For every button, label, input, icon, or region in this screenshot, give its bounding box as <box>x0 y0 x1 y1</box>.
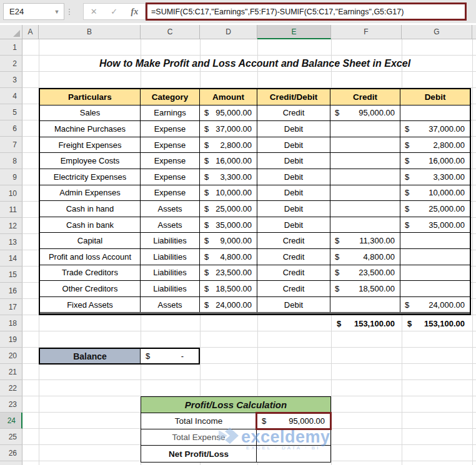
row-header-10[interactable]: 10 <box>0 185 22 202</box>
sheet-canvas[interactable]: How to Make Profit and Loss Account and … <box>22 39 476 465</box>
ledger-category[interactable]: Assets <box>141 201 200 217</box>
name-box-dropdown-icon[interactable]: ▼ <box>50 9 64 15</box>
ledger-debit[interactable] <box>400 249 470 265</box>
ledger-debit[interactable] <box>400 281 470 297</box>
row-header-25[interactable]: 25 <box>0 429 22 445</box>
name-box[interactable]: E24 ▼ <box>3 3 64 20</box>
row-header-14[interactable]: 14 <box>0 250 22 267</box>
insert-function-icon[interactable]: fx <box>131 7 139 17</box>
ledger-particulars[interactable]: Profit and loss Account <box>40 249 141 265</box>
enter-icon[interactable]: ✓ <box>111 7 117 16</box>
ledger-credit[interactable]: $18,500.00 <box>330 281 400 297</box>
ledger-debit[interactable] <box>400 233 470 249</box>
ledger-debit[interactable] <box>400 105 470 122</box>
ledger-category[interactable]: Expense <box>141 121 200 137</box>
ledger-header-credit[interactable]: Credit <box>330 89 400 105</box>
ledger-debit[interactable]: $25,000.00 <box>400 201 470 217</box>
ledger-credit[interactable] <box>330 137 400 154</box>
ledger-credit[interactable] <box>330 185 400 202</box>
ledger-particulars[interactable]: Freight Expenses <box>40 137 141 154</box>
row-header-3[interactable]: 3 <box>0 72 22 88</box>
ledger-amount[interactable]: $37,000.00 <box>200 121 257 137</box>
row-header-22[interactable]: 22 <box>0 380 22 396</box>
row-header-6[interactable]: 6 <box>0 120 22 137</box>
ledger-category[interactable]: Liabilities <box>141 233 200 249</box>
ledger-credit[interactable]: $95,000.00 <box>330 105 400 122</box>
ledger-category[interactable]: Expense <box>141 137 200 154</box>
ledger-category[interactable]: Liabilities <box>141 249 200 265</box>
ledger-category[interactable]: Expense <box>141 153 200 169</box>
row-header-7[interactable]: 7 <box>0 137 22 153</box>
profit-loss-value[interactable] <box>257 429 330 445</box>
column-header-A[interactable]: A <box>22 25 39 39</box>
ledger-debit[interactable]: $24,000.00 <box>400 297 470 313</box>
column-header-B[interactable]: B <box>39 25 141 39</box>
ledger-credit-debit[interactable]: Debit <box>257 185 330 202</box>
ledger-credit[interactable] <box>330 153 400 169</box>
ledger-debit[interactable]: $3,300.00 <box>400 169 470 185</box>
ledger-credit-debit[interactable]: Debit <box>257 137 330 154</box>
row-header-1[interactable]: 1 <box>0 39 22 56</box>
profit-loss-value[interactable] <box>257 446 330 462</box>
ledger-credit[interactable]: $11,300.00 <box>330 233 400 249</box>
column-header-G[interactable]: G <box>402 25 472 39</box>
ledger-debit[interactable]: $2,800.00 <box>400 137 470 154</box>
ledger-header-credit-debit[interactable]: Credit/Debit <box>257 89 330 105</box>
ledger-credit-debit[interactable]: Credit <box>257 265 330 281</box>
ledger-amount[interactable]: $3,300.00 <box>200 169 257 185</box>
row-header-5[interactable]: 5 <box>0 104 22 120</box>
balance-value-cell[interactable]: $ - <box>141 349 199 363</box>
ledger-credit-debit[interactable]: Debit <box>257 217 330 233</box>
ledger-amount[interactable]: $10,000.00 <box>200 185 257 202</box>
row-header-4[interactable]: 4 <box>0 88 22 104</box>
row-header-18[interactable]: 18 <box>0 315 22 331</box>
ledger-credit[interactable] <box>330 169 400 185</box>
row-header-19[interactable]: 19 <box>0 331 22 348</box>
ledger-credit-debit[interactable]: Debit <box>257 153 330 169</box>
ledger-debit[interactable]: $10,000.00 <box>400 185 470 202</box>
ledger-credit-debit[interactable]: Credit <box>257 281 330 297</box>
column-header-F[interactable]: F <box>331 25 402 39</box>
column-header-D[interactable]: D <box>200 25 257 39</box>
ledger-category[interactable]: Assets <box>141 217 200 233</box>
ledger-credit[interactable] <box>330 121 400 137</box>
ledger-particulars[interactable]: Fixed Assets <box>40 297 141 313</box>
ledger-amount[interactable]: $35,000.00 <box>200 217 257 233</box>
ledger-credit[interactable] <box>330 217 400 233</box>
ledger-particulars[interactable]: Machine Purchases <box>40 121 141 137</box>
ledger-amount[interactable]: $2,800.00 <box>200 137 257 154</box>
ledger-category[interactable]: Liabilities <box>141 265 200 281</box>
formula-input[interactable]: =SUMIF(C5:C17,"Earnings",F5:F17)-SUMIF(C… <box>146 2 467 21</box>
ledger-amount[interactable]: $4,800.00 <box>200 249 257 265</box>
ledger-amount[interactable]: $9,000.00 <box>200 233 257 249</box>
ledger-particulars[interactable]: Admin Expenses <box>40 185 141 202</box>
ledger-category[interactable]: Assets <box>141 297 200 313</box>
ledger-particulars[interactable]: Employee Costs <box>40 153 141 169</box>
ledger-credit[interactable] <box>330 201 400 217</box>
ledger-category[interactable]: Expense <box>141 185 200 202</box>
ledger-credit-debit[interactable]: Debit <box>257 121 330 137</box>
ledger-particulars[interactable]: Capital <box>40 233 141 249</box>
row-header-15[interactable]: 15 <box>0 267 22 283</box>
ledger-credit-debit[interactable]: Credit <box>257 233 330 249</box>
ledger-header-particulars[interactable]: Particulars <box>40 89 141 105</box>
cancel-icon[interactable]: ✕ <box>91 7 97 16</box>
row-header-13[interactable]: 13 <box>0 234 22 250</box>
row-header-20[interactable]: 20 <box>0 348 22 364</box>
row-header-24[interactable]: 24 <box>0 413 22 429</box>
ledger-amount[interactable]: $24,000.00 <box>200 297 257 313</box>
ledger-credit[interactable]: $4,800.00 <box>330 249 400 265</box>
ledger-category[interactable]: Expense <box>141 169 200 185</box>
row-header-26[interactable]: 26 <box>0 445 22 461</box>
ledger-particulars[interactable]: Trade Creditors <box>40 265 141 281</box>
ledger-header-amount[interactable]: Amount <box>200 89 257 105</box>
ledger-credit-debit[interactable]: Debit <box>257 169 330 185</box>
row-header-11[interactable]: 11 <box>0 202 22 218</box>
ledger-particulars[interactable]: Other Creditors <box>40 281 141 297</box>
row-header-8[interactable]: 8 <box>0 153 22 169</box>
ledger-amount[interactable]: $16,000.00 <box>200 153 257 169</box>
row-header-12[interactable]: 12 <box>0 218 22 234</box>
row-header-21[interactable]: 21 <box>0 364 22 380</box>
column-header-C[interactable]: C <box>141 25 200 39</box>
select-all-corner[interactable] <box>0 25 22 39</box>
